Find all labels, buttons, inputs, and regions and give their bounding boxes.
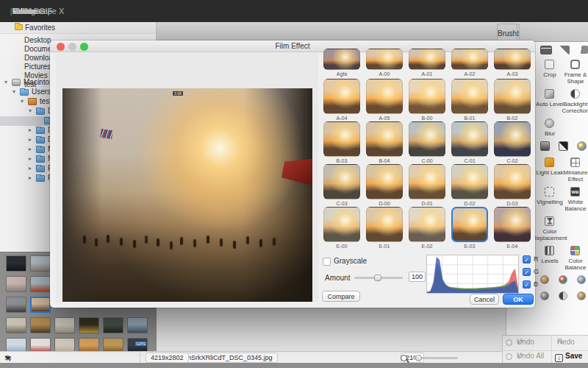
filter-thumb-c-02[interactable]	[494, 121, 531, 157]
folder-icon	[15, 24, 23, 30]
grayscale-checkbox[interactable]	[323, 258, 331, 266]
preset-duo-icon[interactable]	[559, 291, 567, 300]
filter-thumb-b-00[interactable]	[409, 79, 445, 114]
autolevel-icon[interactable]	[545, 89, 554, 99]
photo-thumbnail[interactable]	[79, 317, 99, 333]
amount-slider-thumb[interactable]	[374, 275, 381, 281]
filter-thumb-a-00[interactable]	[366, 49, 403, 70]
photo-thumbnail[interactable]	[103, 338, 123, 351]
photo-clock-text: 3:08	[173, 91, 183, 96]
photo-thumbnail[interactable]	[6, 338, 26, 351]
filter-thumb-b-02[interactable]	[494, 79, 531, 114]
filter-thumb-e-01[interactable]	[366, 207, 403, 242]
filter-label-a-00: A-00	[363, 71, 406, 77]
photo-thumbnail[interactable]	[6, 276, 26, 292]
chevron-right-icon[interactable]: ▸	[29, 146, 32, 152]
filter-thumb-agfa[interactable]	[323, 49, 360, 70]
paint-sphere-icon[interactable]	[577, 141, 587, 151]
zoom-slider-thumb[interactable]	[415, 355, 422, 361]
photo-thumbnail[interactable]	[79, 338, 99, 351]
photo-thumbnail[interactable]	[127, 317, 148, 333]
transform-icon[interactable]	[559, 46, 570, 54]
colorbalance-icon[interactable]	[570, 246, 580, 255]
filter-thumb-c-01[interactable]	[451, 121, 488, 157]
filter-thumb-c-00[interactable]	[409, 121, 445, 157]
amount-value[interactable]: 100	[409, 272, 426, 282]
chevron-down-icon[interactable]: ▾	[29, 107, 32, 114]
filter-thumb-a-02[interactable]	[451, 49, 488, 70]
photo-thumbnail-selected[interactable]	[30, 297, 51, 313]
filter-thumb-e-04[interactable]	[494, 207, 531, 242]
folder-icon	[36, 175, 45, 182]
chevron-right-icon[interactable]: ▸	[29, 136, 32, 143]
filter-thumb-a-05[interactable]	[366, 79, 403, 114]
chevron-right-icon[interactable]: ▸	[29, 155, 32, 162]
chevron-right-icon[interactable]: ▸	[29, 165, 32, 171]
photo-thumbnail[interactable]	[30, 276, 51, 292]
cancel-button[interactable]: Cancel	[470, 294, 499, 305]
photo-thumbnail[interactable]	[54, 338, 75, 351]
filter-thumb-a-04[interactable]	[323, 79, 360, 114]
vignetting-icon[interactable]	[545, 187, 554, 197]
menu-item-store[interactable]: Store	[10, 7, 34, 15]
photo-thumbnail[interactable]	[30, 255, 51, 272]
photo-thumbnail[interactable]	[6, 297, 26, 313]
image-dimensions: 4219x2802	[146, 353, 189, 363]
photo-preview-pane: 3:08	[56, 53, 318, 302]
chevron-down-icon[interactable]: ▾	[4, 79, 7, 85]
filter-thumb-b-01[interactable]	[451, 79, 488, 114]
photo-thumbnail[interactable]	[6, 317, 26, 333]
filter-thumb-d-02[interactable]	[451, 164, 488, 199]
chevron-down-icon[interactable]: ▾	[21, 98, 24, 105]
photo-thumbnail[interactable]	[6, 255, 26, 272]
filter-thumb-e-00[interactable]	[323, 207, 360, 242]
channel-checkbox-b[interactable]: ✓	[523, 280, 531, 289]
tool-label-line2: Balance	[556, 205, 588, 212]
filter-thumb-c-03[interactable]	[323, 164, 360, 199]
contrast-triangle-icon[interactable]	[559, 141, 568, 151]
chevron-right-icon[interactable]: ▸	[29, 127, 32, 133]
chevron-right-icon[interactable]: ▸	[29, 174, 32, 181]
ok-button[interactable]: OK	[503, 294, 534, 305]
photo-thumbnail[interactable]	[30, 338, 51, 351]
filter-thumb-d-00[interactable]	[366, 164, 403, 199]
compare-button[interactable]: Compare	[322, 291, 360, 302]
preset-cool-icon[interactable]	[577, 275, 586, 284]
projector-icon[interactable]	[577, 46, 588, 54]
filter-thumb-b-03[interactable]	[323, 121, 360, 157]
chevron-down-icon[interactable]: ▾	[12, 88, 15, 95]
channel-label-b: B	[534, 280, 538, 288]
save-button[interactable]: ↓Save	[555, 352, 565, 361]
photo-thumbnail[interactable]	[30, 317, 51, 333]
tree-item-label: Users	[32, 88, 51, 96]
photo-thumbnail[interactable]	[54, 317, 75, 333]
photo-thumbnail[interactable]: GPS	[127, 338, 148, 351]
lightleak-icon[interactable]	[545, 158, 554, 167]
wb-icon[interactable]: WB	[570, 187, 580, 197]
levels-icon[interactable]	[545, 246, 554, 255]
tool-label-miniatureeffect: Miniature	[556, 169, 588, 176]
preset-color-icon[interactable]	[559, 275, 567, 284]
filter-label-e-02: E-02	[406, 244, 448, 249]
miniature-icon[interactable]	[570, 158, 580, 167]
filter-thumb-d-03[interactable]	[494, 164, 531, 199]
blur-icon[interactable]	[545, 118, 554, 128]
filter-thumb-d-01[interactable]	[409, 164, 445, 199]
filter-thumb-e-02[interactable]	[409, 207, 445, 242]
crop-icon[interactable]	[545, 60, 554, 69]
preset-sepia-icon[interactable]	[577, 291, 586, 300]
backlight-icon[interactable]	[570, 89, 580, 99]
forward-icon[interactable]: →	[4, 353, 12, 362]
frame-icon[interactable]	[570, 60, 580, 69]
filter-thumb-a-03[interactable]	[494, 49, 531, 70]
channel-checkbox-r[interactable]: ✓	[523, 255, 531, 263]
colorreplace-icon[interactable]	[545, 216, 554, 226]
filter-thumb-e-03[interactable]	[451, 207, 488, 242]
zoom-slider[interactable]	[412, 357, 458, 359]
filter-thumb-b-04[interactable]	[366, 121, 403, 157]
filter-thumb-a-01[interactable]	[409, 49, 445, 70]
photo-thumbnail[interactable]	[103, 317, 123, 333]
film-strip-icon[interactable]	[540, 46, 552, 54]
gradient-icon[interactable]	[540, 141, 550, 151]
channel-checkbox-g[interactable]: ✓	[523, 268, 531, 276]
